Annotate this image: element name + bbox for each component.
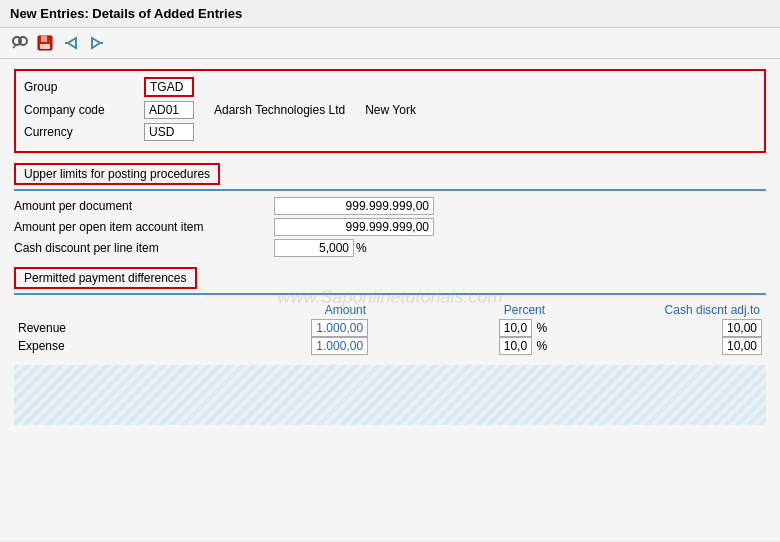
company-code-label: Company code xyxy=(24,103,144,117)
currency-row: Currency USD xyxy=(24,123,756,141)
group-row: Group TGAD xyxy=(24,77,756,97)
svg-rect-5 xyxy=(40,44,50,49)
expense-label: Expense xyxy=(14,337,157,355)
company-name: Adarsh Technologies Ltd xyxy=(214,103,345,117)
glasses-icon[interactable] xyxy=(8,32,30,54)
expense-percent[interactable]: 10,0 % xyxy=(372,337,551,355)
cash-discount-label: Cash discount per line item xyxy=(14,241,274,255)
save-icon[interactable] xyxy=(34,32,56,54)
payment-differences-header: Permitted payment differences xyxy=(14,267,197,289)
svg-rect-4 xyxy=(41,36,47,42)
title-bar: New Entries: Details of Added Entries xyxy=(0,0,780,28)
upper-limits-section: Upper limits for posting procedures Amou… xyxy=(14,163,766,257)
revenue-percent[interactable]: 10,0 % xyxy=(372,319,551,337)
svg-marker-6 xyxy=(68,38,76,48)
cash-discount-unit: % xyxy=(356,241,367,255)
cash-discount-value[interactable]: 5,000 xyxy=(274,239,354,257)
revenue-cash[interactable]: 10,00 xyxy=(551,319,766,337)
group-section: Group TGAD Company code AD01 Adarsh Tech… xyxy=(14,69,766,153)
revenue-amount[interactable]: 1.000,00 xyxy=(157,319,372,337)
group-label: Group xyxy=(24,80,144,94)
cash-discount-row: Cash discount per line item 5,000 % xyxy=(14,239,766,257)
expense-percent-sign: % xyxy=(536,339,547,353)
payment-differences-section: Permitted payment differences Amount Per… xyxy=(14,267,766,355)
amount-per-doc-row: Amount per document 999.999.999,00 xyxy=(14,197,766,215)
back-icon[interactable] xyxy=(60,32,82,54)
amount-per-item-row: Amount per open item account item 999.99… xyxy=(14,218,766,236)
col-cash: Cash discnt adj.to xyxy=(551,301,766,319)
revenue-row: Revenue 1.000,00 10,0 % 10,00 xyxy=(14,319,766,337)
revenue-label: Revenue xyxy=(14,319,157,337)
svg-marker-8 xyxy=(92,38,100,48)
revenue-percent-sign: % xyxy=(536,321,547,335)
toolbar xyxy=(0,28,780,59)
amount-per-doc-value[interactable]: 999.999.999,00 xyxy=(274,197,434,215)
company-code-row: Company code AD01 Adarsh Technologies Lt… xyxy=(24,101,756,119)
svg-rect-7 xyxy=(65,42,67,44)
payment-diff-table: Amount Percent Cash discnt adj.to Revenu… xyxy=(14,301,766,355)
upper-limits-header: Upper limits for posting procedures xyxy=(14,163,220,185)
currency-value[interactable]: USD xyxy=(144,123,194,141)
expense-amount[interactable]: 1.000,00 xyxy=(157,337,372,355)
amount-per-item-label: Amount per open item account item xyxy=(14,220,274,234)
amount-per-item-value[interactable]: 999.999.999,00 xyxy=(274,218,434,236)
svg-rect-9 xyxy=(101,42,103,44)
col-label xyxy=(14,301,157,319)
expense-cash[interactable]: 10,00 xyxy=(551,337,766,355)
company-code-value[interactable]: AD01 xyxy=(144,101,194,119)
svg-line-2 xyxy=(13,45,16,48)
title-text: New Entries: Details of Added Entries xyxy=(10,6,242,21)
col-amount: Amount xyxy=(157,301,372,319)
currency-label: Currency xyxy=(24,125,144,139)
amount-per-doc-label: Amount per document xyxy=(14,199,274,213)
forward-icon[interactable] xyxy=(86,32,108,54)
group-value-input[interactable]: TGAD xyxy=(144,77,194,97)
col-percent: Percent xyxy=(372,301,551,319)
striped-area xyxy=(14,365,766,425)
company-location: New York xyxy=(365,103,416,117)
expense-row: Expense 1.000,00 10,0 % 10,00 xyxy=(14,337,766,355)
